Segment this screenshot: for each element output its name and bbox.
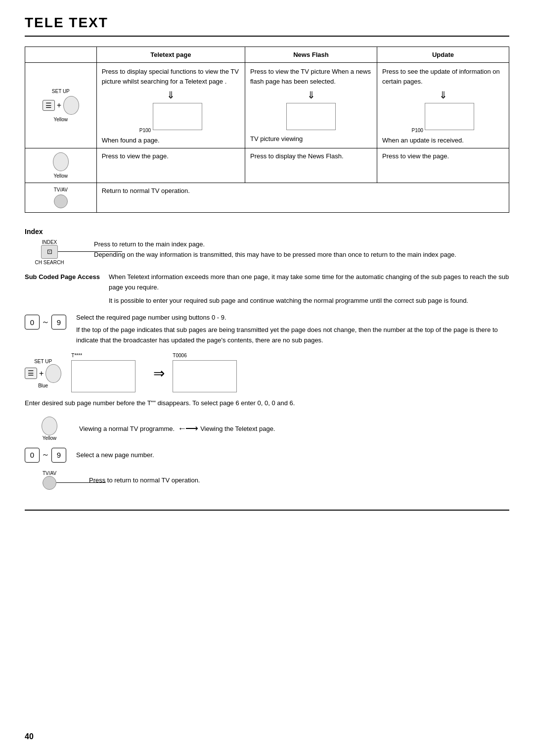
col-header-newsflash: News Flash (245, 47, 377, 63)
blue-btn-icon (45, 364, 61, 383)
row2-update-cell: Press to view the page. (377, 148, 509, 183)
sub-coded-text: When Teletext information exceeds more t… (109, 272, 509, 306)
row1-teletext-subtext: When found a page. (102, 137, 240, 144)
sub-coded-title: Sub Coded Page Access (25, 272, 109, 281)
table-row: TV/AV Return to normal TV operation. (25, 183, 509, 213)
index-section: Index INDEX ⊡ CH SEARCH Press to return … (25, 228, 509, 490)
enter-text: Enter desired sub page number before the… (25, 398, 509, 409)
sub-coded-text2: It is possible to enter your required su… (109, 296, 509, 306)
viewing-right-text: Viewing the Teletext page. (200, 425, 275, 432)
menu-button-icon: ☰ (43, 100, 55, 111)
screen1-label: T**** (71, 353, 82, 358)
row1-update-text: Press to see the update of information o… (382, 67, 504, 86)
tilde-icon: ～ (42, 317, 49, 328)
yellow-oval2-icon (42, 417, 57, 435)
yellow-oval-icon (53, 152, 69, 171)
num-range2-text: Select a new page number. (76, 451, 509, 459)
setup-label: SET UP (52, 89, 70, 94)
row2-teletext-text: Press to view the page. (102, 152, 169, 160)
row1-icon-cell: SET UP ☰ + Yellow (25, 63, 97, 148)
tilde2-icon: ～ (42, 450, 49, 460)
row1-update-subtext: When an update is received. (382, 137, 504, 144)
bottom-rule (25, 510, 509, 511)
num-range-text1: Select the required page number using bu… (76, 313, 509, 323)
index-label: INDEX (42, 239, 57, 245)
ch-search-label: CH SEARCH (35, 260, 64, 265)
p100-label2: P100 (412, 128, 423, 133)
tvav-label-bottom: TV/AV (43, 471, 56, 476)
tvav-connector-line (56, 482, 106, 483)
row2-newsflash-text: Press to display the News Flash. (250, 152, 344, 160)
row1-update-cell: Press to see the update of information o… (377, 63, 509, 148)
index-depending-text: Depending on the way information is tran… (94, 250, 509, 260)
col-header-update: Update (377, 47, 509, 63)
num-range-text2: If the top of the page indicates that su… (76, 325, 509, 346)
row2-update-text: Press to view the page. (382, 152, 449, 160)
sub-coded-section: Sub Coded Page Access When Teletext info… (25, 272, 509, 306)
row1-newsflash-text: Press to view the TV picture When a news… (250, 67, 372, 86)
row3-icon-cell: TV/AV (25, 183, 97, 213)
arrow-down2-icon: ⇓ (250, 89, 372, 101)
index-title: Index (25, 228, 509, 236)
table-row: SET UP ☰ + Yellow Press to display speci… (25, 63, 509, 148)
row2-icon-cell: Yellow (25, 148, 97, 183)
num-9-box2: 9 (51, 448, 66, 463)
col-header-teletext: Teletext page (96, 47, 245, 63)
col-header-empty (25, 47, 97, 63)
yellow-label: Yellow (54, 117, 68, 122)
screen-box-tstar (71, 360, 135, 392)
screen-box-update (425, 103, 474, 130)
row1-teletext-cell: Press to display special functions to vi… (96, 63, 245, 148)
row1-newsflash-cell: Press to view the TV picture When a news… (245, 63, 377, 148)
num-0-box2: 0 (25, 448, 40, 463)
yellow-label2: Yellow (54, 173, 68, 179)
screen-box-newsflash (286, 103, 336, 130)
page-title: TELE TEXT (25, 15, 509, 37)
row3-text-cell: Return to normal TV operation. (96, 183, 509, 213)
screen-box-teletext (153, 103, 202, 130)
main-table: Teletext page News Flash Update SET UP ☰… (25, 47, 509, 213)
index-press-text: Press to return to the main index page. (94, 239, 509, 250)
screen2-label: T0006 (173, 353, 186, 358)
arrow-right-icon: ⇒ (153, 365, 165, 381)
index-button-icon: ⊡ (41, 245, 58, 259)
arrow-down-icon: ⇓ (102, 89, 240, 101)
yellow-label3: Yellow (43, 435, 57, 441)
connector-line (58, 251, 122, 252)
blue-label: Blue (38, 383, 48, 388)
row2-newsflash-cell: Press to display the News Flash. (245, 148, 377, 183)
tvav-bottom-text: Press to return to normal TV operation. (74, 476, 509, 484)
viewing-left-text: Viewing a normal TV programme. (79, 425, 175, 432)
num-9-box: 9 (51, 315, 66, 330)
row2-teletext-cell: Press to view the page. (96, 148, 245, 183)
tvav-circle2-icon (43, 476, 56, 490)
page-number: 40 (25, 732, 34, 741)
row3-text: Return to normal TV operation. (102, 187, 190, 194)
row1-teletext-text: Press to display special functions to vi… (102, 67, 240, 86)
tvav-label: TV/AV (54, 187, 68, 192)
plus2-icon: + (39, 369, 44, 378)
num-0-box: 0 (25, 315, 40, 330)
table-row: Yellow Press to view the page. Press to … (25, 148, 509, 183)
menu-btn2-icon: ☰ (25, 368, 37, 379)
setup-label2: SET UP (34, 359, 52, 364)
yellow-button-icon (63, 96, 79, 115)
tvav-circle-icon (54, 194, 68, 208)
double-arrow-icon: ←⟶ (178, 423, 197, 434)
p100-label: P100 (139, 128, 151, 133)
sub-coded-text1: When Teletext information exceeds more t… (109, 272, 509, 293)
arrow-down3-icon: ⇓ (382, 89, 504, 101)
row1-newsflash-subtext: TV picture viewing (250, 135, 372, 142)
screen-box-t0006 (173, 360, 237, 392)
plus-icon: + (57, 101, 61, 110)
